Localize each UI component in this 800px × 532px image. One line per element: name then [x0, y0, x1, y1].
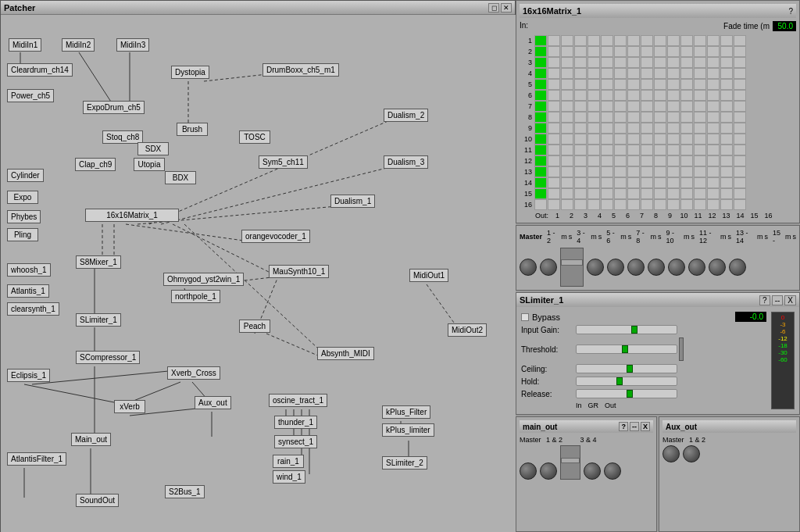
matrix-cell-1-11[interactable] [667, 35, 680, 46]
node-MidiOut1[interactable]: MidiOut1 [409, 269, 448, 282]
matrix-cell-4-7[interactable] [614, 68, 627, 79]
node-Atlantis[interactable]: Atlantis_1 [7, 284, 49, 298]
matrix-cell-3-7[interactable] [614, 57, 627, 68]
matrix-cell-9-1[interactable] [534, 123, 547, 134]
slimiter-help-btn[interactable]: ? [759, 295, 770, 305]
matrix-cell-1-3[interactable] [561, 35, 573, 46]
node-S8Mixer[interactable]: S8Mixer_1 [76, 255, 121, 269]
matrix-cell-5-1[interactable] [534, 79, 547, 90]
matrix-cell-2-4[interactable] [574, 46, 587, 57]
matrix-cell-1-4[interactable] [574, 35, 587, 46]
master-knob-8[interactable] [688, 259, 705, 276]
matrix-cell-3-8[interactable] [627, 57, 640, 68]
matrix-cell-1-15[interactable] [720, 35, 733, 46]
matrix-cell-10-4[interactable] [574, 134, 587, 145]
matrix-cell-4-11[interactable] [667, 68, 680, 79]
matrix-cell-15-14[interactable] [707, 188, 720, 199]
matrix-cell-8-16[interactable] [734, 112, 746, 123]
threshold-slider[interactable] [576, 345, 677, 354]
matrix-cell-10-11[interactable] [667, 134, 680, 145]
matrix-cell-4-2[interactable] [548, 68, 560, 79]
matrix-cell-4-14[interactable] [707, 68, 720, 79]
matrix-cell-11-16[interactable] [734, 145, 746, 155]
matrix-cell-7-7[interactable] [614, 101, 627, 112]
matrix-cell-2-15[interactable] [720, 46, 733, 57]
master-knob-4[interactable] [607, 259, 624, 276]
main-out-min[interactable]: -- [630, 422, 639, 431]
matrix-cell-11-1[interactable] [534, 145, 547, 155]
matrix-cell-11-10[interactable] [654, 145, 666, 155]
matrix-cell-2-9[interactable] [641, 46, 653, 57]
matrix-cell-12-12[interactable] [680, 155, 693, 166]
matrix-cell-6-12[interactable] [680, 90, 693, 101]
node-Expo[interactable]: Expo [7, 191, 38, 204]
node-Ohmygod[interactable]: Ohmygod_yst2win_1 [163, 273, 244, 286]
matrix-cell-7-4[interactable] [574, 101, 587, 112]
matrix-cell-1-9[interactable] [641, 35, 653, 46]
matrix-cell-10-12[interactable] [680, 134, 693, 145]
matrix-cell-4-3[interactable] [561, 68, 573, 79]
matrix-cell-4-10[interactable] [654, 68, 666, 79]
node-Aux_out[interactable]: Aux_out [195, 396, 231, 409]
matrix-cell-2-5[interactable] [588, 46, 600, 57]
matrix-cell-11-3[interactable] [561, 145, 573, 155]
matrix-cell-14-4[interactable] [574, 177, 587, 188]
node-Utopia[interactable]: Utopia [134, 158, 165, 171]
matrix-cell-7-16[interactable] [734, 101, 746, 112]
matrix-cell-13-5[interactable] [588, 166, 600, 177]
matrix-cell-3-14[interactable] [707, 57, 720, 68]
node-northpole[interactable]: northpole_1 [171, 290, 220, 303]
matrix-cell-13-7[interactable] [614, 166, 627, 177]
matrix-cell-6-11[interactable] [667, 90, 680, 101]
node-DrumBoxx[interactable]: DrumBoxx_ch5_m1 [262, 63, 339, 77]
matrix-cell-2-2[interactable] [548, 46, 560, 57]
master-fader[interactable] [560, 248, 584, 287]
matrix-cell-11-6[interactable] [601, 145, 613, 155]
matrix-cell-9-12[interactable] [680, 123, 693, 134]
matrix-cell-8-15[interactable] [720, 112, 733, 123]
matrix-cell-9-13[interactable] [694, 123, 706, 134]
matrix-cell-2-16[interactable] [734, 46, 746, 57]
slimiter-minimize-btn[interactable]: -- [772, 295, 784, 305]
matrix-cell-16-1[interactable] [534, 199, 547, 210]
aux-out-knob-2[interactable] [683, 445, 700, 462]
matrix-cell-5-14[interactable] [707, 79, 720, 90]
matrix-cell-2-8[interactable] [627, 46, 640, 57]
matrix-cell-6-7[interactable] [614, 90, 627, 101]
matrix-cell-6-16[interactable] [734, 90, 746, 101]
matrix-cell-14-2[interactable] [548, 177, 560, 188]
slimiter-close-btn[interactable]: X [784, 295, 796, 305]
matrix-cell-11-14[interactable] [707, 145, 720, 155]
matrix-cell-9-15[interactable] [720, 123, 733, 134]
matrix-cell-13-6[interactable] [601, 166, 613, 177]
matrix-cell-3-15[interactable] [720, 57, 733, 68]
matrix-cell-13-3[interactable] [561, 166, 573, 177]
main-out-knob-4[interactable] [604, 462, 621, 480]
matrix-cell-14-7[interactable] [614, 177, 627, 188]
matrix-cell-7-2[interactable] [548, 101, 560, 112]
matrix-cell-4-9[interactable] [641, 68, 653, 79]
aux-out-knob-1[interactable] [662, 445, 680, 462]
node-Cleardrum[interactable]: Cleardrum_ch14 [7, 63, 73, 77]
matrix-cell-2-10[interactable] [654, 46, 666, 57]
matrix-cell-5-5[interactable] [588, 79, 600, 90]
matrix-cell-15-2[interactable] [548, 188, 560, 199]
node-XverbCross[interactable]: Xverb_Cross [167, 366, 220, 380]
matrix-cell-10-16[interactable] [734, 134, 746, 145]
matrix-cell-8-10[interactable] [654, 112, 666, 123]
matrix-cell-3-13[interactable] [694, 57, 706, 68]
node-wind[interactable]: wind_1 [273, 470, 305, 484]
master-knob-7[interactable] [668, 259, 685, 276]
main-out-help[interactable]: ? [619, 422, 628, 431]
matrix-cell-8-6[interactable] [601, 112, 613, 123]
node-orangevoc[interactable]: orangevocoder_1 [241, 230, 310, 243]
matrix-cell-2-1[interactable] [534, 46, 547, 57]
matrix-cell-3-5[interactable] [588, 57, 600, 68]
matrix-cell-9-16[interactable] [734, 123, 746, 134]
node-MidiIn3[interactable]: MidiIn3 [116, 38, 149, 52]
node-Dystopia[interactable]: Dystopia [171, 66, 209, 79]
matrix-cell-4-16[interactable] [734, 68, 746, 79]
matrix-cell-12-5[interactable] [588, 155, 600, 166]
main-out-knob-2[interactable] [540, 462, 557, 480]
matrix-cell-16-12[interactable] [680, 199, 693, 210]
